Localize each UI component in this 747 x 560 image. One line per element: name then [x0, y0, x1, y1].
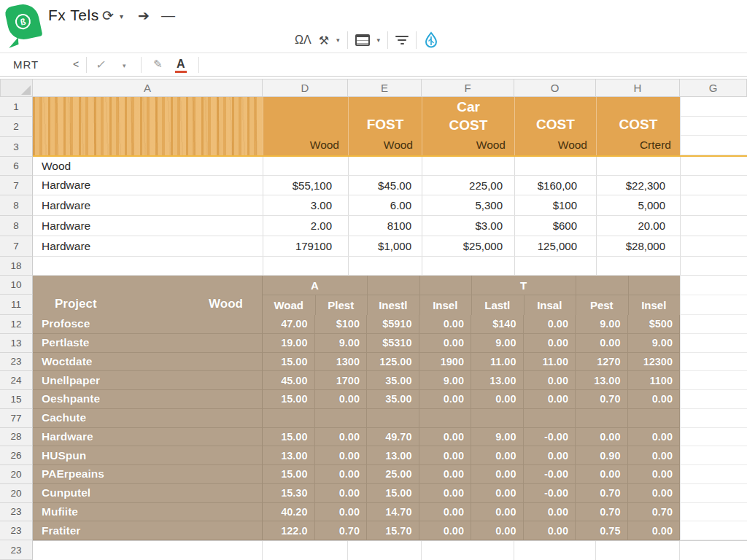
empty-cell[interactable]: [680, 484, 747, 503]
row-number[interactable]: 1: [0, 97, 33, 117]
cell-value[interactable]: 0.70: [628, 503, 681, 522]
cell-value[interactable]: [263, 409, 315, 428]
cell-value[interactable]: $1,000: [348, 236, 422, 256]
empty-cell[interactable]: [263, 541, 348, 560]
row-number[interactable]: 23: [0, 503, 33, 522]
empty-cell[interactable]: [680, 446, 747, 465]
cell-value[interactable]: [315, 409, 368, 428]
cell-value[interactable]: 8100: [348, 216, 422, 236]
cell-value[interactable]: 0.00: [576, 465, 628, 484]
cell-value[interactable]: 14.70: [367, 503, 419, 522]
cell-label[interactable]: Unellpaper: [33, 371, 263, 390]
cell-value[interactable]: 0.00: [315, 484, 368, 503]
cell-value[interactable]: 9.00: [471, 428, 524, 447]
row-number[interactable]: 15: [0, 390, 33, 409]
cell-value[interactable]: [628, 409, 681, 428]
column-header-f[interactable]: F: [422, 79, 514, 97]
cell-value[interactable]: [263, 157, 348, 175]
empty-cell[interactable]: [680, 390, 747, 409]
cell-value[interactable]: 15.00: [367, 484, 419, 503]
select-all-corner[interactable]: [0, 79, 33, 97]
cell-value[interactable]: 0.70: [576, 503, 628, 522]
cell-value[interactable]: 0.00: [419, 334, 472, 353]
cell-value[interactable]: [514, 157, 596, 175]
cell-value[interactable]: $5910: [367, 315, 419, 334]
cell-value[interactable]: -0.00: [524, 484, 576, 503]
cell-value[interactable]: 0.70: [576, 484, 628, 503]
cell-value[interactable]: 9.00: [576, 315, 628, 334]
font-color-icon[interactable]: A: [175, 57, 187, 73]
cell-value[interactable]: $140: [471, 315, 524, 334]
row-number[interactable]: 7: [0, 176, 33, 195]
empty-cell[interactable]: [680, 157, 747, 175]
cell-value[interactable]: 35.00: [367, 371, 419, 390]
tools-dropdown-icon[interactable]: ▾: [336, 36, 340, 44]
project-table-title-cell[interactable]: Project Wood: [33, 276, 263, 315]
column-header-g[interactable]: G: [680, 79, 747, 97]
empty-cell[interactable]: [422, 541, 514, 560]
droplet-icon[interactable]: [424, 31, 438, 49]
cell-value[interactable]: 0.00: [419, 428, 472, 447]
cell-value[interactable]: 0.00: [419, 465, 472, 484]
column-header-o[interactable]: O: [514, 79, 596, 97]
row-number[interactable]: 13: [0, 334, 33, 353]
empty-cell[interactable]: [680, 353, 747, 372]
refresh-icon[interactable]: ⟳: [102, 7, 114, 24]
header-cell-o[interactable]: COST Wood: [514, 97, 596, 155]
cell-label[interactable]: PAErpeains: [33, 465, 263, 484]
row-number[interactable]: 77: [0, 409, 33, 428]
cell-value[interactable]: 15.00: [263, 390, 315, 409]
cell-value[interactable]: $3.00: [422, 216, 514, 236]
empty-cell[interactable]: [514, 541, 596, 560]
cell-value[interactable]: 15.00: [263, 428, 315, 447]
row-number[interactable]: 23: [0, 540, 33, 560]
cell-value[interactable]: 0.00: [524, 390, 576, 409]
cell-value[interactable]: 0.00: [419, 390, 472, 409]
column-header-e[interactable]: E: [348, 79, 422, 97]
cell-label[interactable]: Profosce: [33, 315, 263, 334]
cell-label[interactable]: Oeshpante: [33, 390, 263, 409]
column-header-d[interactable]: D: [263, 79, 348, 97]
cell-value[interactable]: $500: [628, 315, 681, 334]
symbols-icon[interactable]: ΩΛ: [295, 34, 311, 47]
cell-value[interactable]: 0.00: [524, 446, 576, 465]
cell-value[interactable]: 45.00: [263, 371, 315, 390]
cell-value[interactable]: 0.00: [419, 446, 472, 465]
row-number[interactable]: 24: [0, 371, 33, 390]
tools-icon[interactable]: ⚒: [319, 34, 329, 47]
cell-label[interactable]: Hardware: [33, 195, 263, 215]
cell-value[interactable]: 2.00: [263, 216, 348, 236]
pen-icon[interactable]: ✎: [153, 58, 163, 71]
cell-value[interactable]: 1270: [576, 353, 628, 372]
cell-value[interactable]: 0.00: [471, 465, 524, 484]
cell-value[interactable]: [576, 409, 628, 428]
cell-value[interactable]: 0.00: [419, 484, 472, 503]
collapse-icon[interactable]: <: [73, 58, 79, 70]
cell-value[interactable]: [422, 157, 514, 175]
cell-value[interactable]: 179100: [263, 236, 348, 256]
filter-icon[interactable]: [395, 36, 409, 44]
cell-value[interactable]: 9.00: [419, 371, 472, 390]
cell-value[interactable]: 0.75: [576, 521, 628, 540]
group-header-a[interactable]: A: [263, 276, 367, 295]
cell-value[interactable]: 9.00: [315, 334, 368, 353]
column-header-label[interactable]: Inestl: [367, 295, 419, 315]
cell-value[interactable]: [514, 257, 596, 275]
header-cell-d[interactable]: Wood: [263, 97, 348, 155]
cell-value[interactable]: [348, 157, 422, 175]
cell-value[interactable]: $55,100: [263, 176, 348, 195]
cell-value[interactable]: 0.90: [576, 446, 628, 465]
cell-value[interactable]: $28,000: [596, 236, 680, 256]
cell-value[interactable]: $25,000: [422, 236, 514, 256]
cell-value[interactable]: 0.00: [315, 503, 368, 522]
empty-cell[interactable]: [33, 541, 263, 560]
cell-value[interactable]: [596, 257, 680, 275]
empty-cell[interactable]: [680, 465, 747, 484]
cell-value[interactable]: 0.00: [471, 390, 524, 409]
cell-value[interactable]: 0.00: [524, 334, 576, 353]
cell-value[interactable]: [422, 257, 514, 275]
name-box[interactable]: MRT: [13, 58, 39, 71]
empty-cell[interactable]: [348, 541, 422, 560]
empty-cell[interactable]: [680, 409, 747, 428]
column-header-h[interactable]: H: [596, 79, 680, 97]
